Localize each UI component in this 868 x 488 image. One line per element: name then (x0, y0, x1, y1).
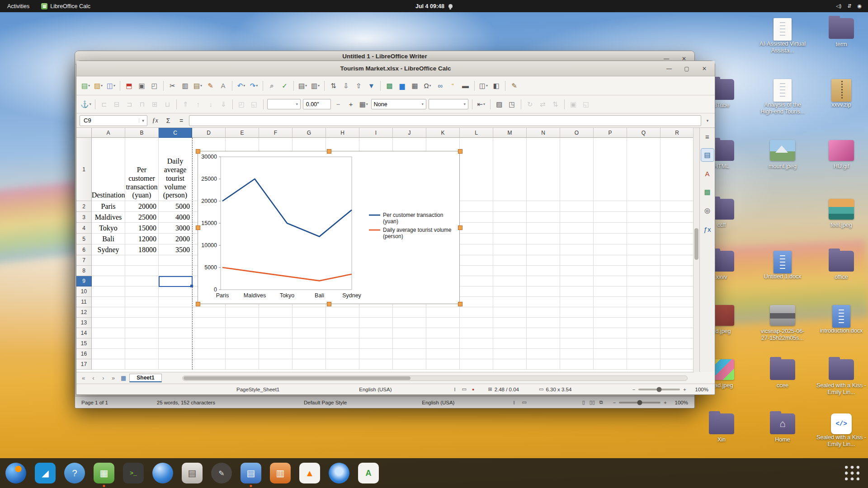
row-header-17[interactable]: 17 (76, 359, 92, 370)
cell-M12[interactable] (493, 307, 527, 318)
column-header-J[interactable]: J (393, 128, 426, 138)
zoom-value[interactable]: 100% (695, 387, 708, 392)
find-replace-icon[interactable]: ⌕ (266, 80, 278, 92)
cell-L7[interactable] (460, 255, 493, 266)
function-wizard-icon[interactable]: ƒx (150, 115, 160, 126)
cell-J14[interactable] (393, 328, 426, 338)
cell-K17[interactable] (426, 359, 460, 370)
navigator-icon[interactable]: ◎ (701, 204, 714, 217)
chart-handle[interactable] (327, 149, 331, 154)
line-ends-icon[interactable]: ⇤▾ (475, 98, 487, 110)
sort-icon[interactable]: ⇅ (327, 80, 340, 92)
cell-B9[interactable] (125, 276, 159, 286)
cell-Q4[interactable] (627, 223, 660, 234)
cell-C11[interactable] (159, 297, 192, 307)
column-header-M[interactable]: M (493, 128, 527, 138)
zoom-in-icon[interactable]: + (683, 387, 686, 392)
cell-C10[interactable] (159, 286, 192, 297)
cell-N1[interactable] (527, 138, 560, 201)
cell-P8[interactable] (594, 266, 627, 276)
column-header-A[interactable]: A (92, 128, 125, 138)
line-width-field[interactable]: 0.00″ (303, 99, 331, 109)
cell-E17[interactable] (226, 359, 259, 370)
cell-A3[interactable]: Maldives (92, 212, 125, 223)
cell-Q15[interactable] (627, 338, 660, 349)
desktop-icon-hu-gif[interactable]: HU.gif (815, 140, 868, 170)
help-launcher[interactable]: ? (64, 463, 85, 483)
system-tray[interactable]: ◁) ⇵ ◉ (836, 3, 868, 9)
cell-C13[interactable] (159, 318, 192, 328)
gimp-launcher[interactable]: ✎ (211, 463, 232, 483)
cell-R6[interactable] (660, 244, 694, 255)
cell-P4[interactable] (594, 223, 627, 234)
desktop-icon-office[interactable]: office (815, 251, 868, 281)
name-box-dropdown-icon[interactable]: ▾ (139, 118, 147, 123)
cell-O17[interactable] (560, 359, 594, 370)
cell-C2[interactable]: 5000 (159, 201, 192, 212)
column-header-H[interactable]: H (326, 128, 359, 138)
horizontal-scrollbar[interactable] (182, 375, 688, 381)
zoom-slider[interactable] (638, 389, 680, 390)
column-header-E[interactable]: E (226, 128, 259, 138)
cell-L4[interactable] (460, 223, 493, 234)
cell-I16[interactable] (359, 349, 393, 359)
split-window-icon[interactable]: ◧ (490, 80, 502, 92)
cell-M13[interactable] (493, 318, 527, 328)
cell-A9[interactable] (92, 276, 125, 286)
line-width-increase-icon[interactable]: + (345, 98, 357, 110)
row-header-2[interactable]: 2 (76, 201, 92, 212)
cell-Q12[interactable] (627, 307, 660, 318)
cell-A1[interactable]: Destination (92, 138, 125, 201)
calc-maximize-button[interactable]: ▢ (682, 64, 692, 74)
cell-E12[interactable] (226, 307, 259, 318)
cell-E15[interactable] (226, 338, 259, 349)
cell-A6[interactable]: Sydney (92, 244, 125, 255)
cell-B17[interactable] (125, 359, 159, 370)
clear-formatting-icon[interactable]: A (217, 80, 229, 92)
writer-page-style[interactable]: Default Page Style (304, 400, 347, 405)
cell-C12[interactable] (159, 307, 192, 318)
writer-zoom-slider[interactable] (619, 402, 660, 404)
cell-P13[interactable] (594, 318, 627, 328)
column-header-L[interactable]: L (460, 128, 493, 138)
calc-close-button[interactable]: ✕ (699, 64, 709, 74)
cell-N10[interactable] (527, 286, 560, 297)
cell-Q17[interactable] (627, 359, 660, 370)
column-header-R[interactable]: R (660, 128, 694, 138)
cell-O16[interactable] (560, 349, 594, 359)
cell-K14[interactable] (426, 328, 460, 338)
paste-icon[interactable]: ▤▾ (192, 80, 204, 92)
cell-F16[interactable] (259, 349, 292, 359)
column-header-D[interactable]: D (192, 128, 226, 138)
autofilter-icon[interactable]: ▼ (365, 80, 377, 92)
insert-mode-icon[interactable]: I (454, 387, 456, 392)
row-header-3[interactable]: 3 (76, 212, 92, 223)
cell-B10[interactable] (125, 286, 159, 297)
cell-F14[interactable] (259, 328, 292, 338)
cell-L11[interactable] (460, 297, 493, 307)
area-fill-select[interactable]: ▾ (429, 99, 468, 109)
cell-C16[interactable] (159, 349, 192, 359)
cell-K13[interactable] (426, 318, 460, 328)
zoom-out-icon[interactable]: − (632, 387, 635, 392)
cell-Q16[interactable] (627, 349, 660, 359)
focused-app-menu[interactable]: ▦ LibreOffice Calc (37, 3, 95, 9)
sum-icon[interactable]: Σ (163, 115, 174, 126)
desktop-icon-xxvv-zip[interactable]: xxvv.zip (815, 79, 868, 108)
cell-N6[interactable] (527, 244, 560, 255)
cell-M3[interactable] (493, 212, 527, 223)
cell-G16[interactable] (292, 349, 326, 359)
cell-I14[interactable] (359, 328, 393, 338)
cell-C4[interactable]: 3000 (159, 223, 192, 234)
cell-R3[interactable] (660, 212, 694, 223)
column-header-G[interactable]: G (292, 128, 326, 138)
column-header-K[interactable]: K (426, 128, 460, 138)
show-draw-functions-icon[interactable]: ✎ (508, 80, 520, 92)
desktop-icon-untitled-1-docx[interactable]: Untitled 1.docx (756, 251, 809, 280)
cell-H17[interactable] (326, 359, 359, 370)
cell-E14[interactable] (226, 328, 259, 338)
cell-O4[interactable] (560, 223, 594, 234)
chart-handle[interactable] (196, 302, 200, 306)
cell-O9[interactable] (560, 276, 594, 286)
single-page-view-icon[interactable]: ▯ (582, 399, 585, 405)
